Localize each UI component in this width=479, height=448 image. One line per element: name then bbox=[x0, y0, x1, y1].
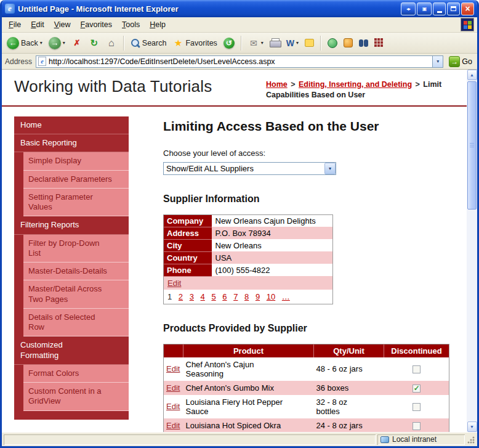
discontinued-checkbox[interactable] bbox=[413, 385, 421, 393]
sidebar-item-home[interactable]: Home bbox=[14, 116, 129, 134]
web-page: Working with Data Tutorials Home > Editi… bbox=[2, 70, 467, 432]
grid-icon bbox=[374, 38, 384, 47]
toolbar-separator bbox=[320, 36, 321, 51]
go-label: Go bbox=[462, 57, 472, 66]
favorites-button[interactable]: ★ Favorites bbox=[170, 36, 219, 51]
discuss-button[interactable] bbox=[302, 37, 316, 49]
sidebar-item-basic-reporting[interactable]: Basic Reporting bbox=[14, 134, 129, 152]
menu-view[interactable]: View bbox=[49, 18, 76, 31]
pager-link[interactable]: 4 bbox=[201, 292, 205, 301]
scrollbar-track[interactable] bbox=[467, 80, 477, 422]
stop-button[interactable]: ✗ bbox=[69, 36, 85, 51]
discontinued-checkbox[interactable] bbox=[413, 422, 421, 430]
menu-tools[interactable]: Tools bbox=[117, 18, 145, 31]
pager-link[interactable]: 7 bbox=[233, 292, 238, 301]
sidebar-item-declarative-parameters[interactable]: Declarative Parameters bbox=[23, 171, 129, 189]
product-edit-link[interactable]: Edit bbox=[166, 364, 180, 373]
product-edit-link[interactable]: Edit bbox=[166, 383, 180, 393]
menu-help[interactable]: Help bbox=[145, 18, 171, 31]
dropdown-arrow-button[interactable]: ▾ bbox=[324, 163, 336, 174]
nav-arrows-button[interactable]: ◂▸ bbox=[401, 2, 416, 15]
sidebar-item-customized-formatting[interactable]: Customized Formatting bbox=[14, 336, 129, 365]
vertical-scrollbar[interactable]: ▲ ▼ bbox=[467, 70, 477, 432]
scroll-up-button[interactable]: ▲ bbox=[467, 70, 477, 80]
pager-link[interactable]: 10 bbox=[267, 292, 275, 301]
back-icon: ← bbox=[7, 37, 19, 49]
column-header-discontinued: Discontinued bbox=[384, 344, 449, 357]
close-button[interactable]: × bbox=[461, 2, 474, 15]
mail-dropdown-icon: ▾ bbox=[261, 40, 264, 46]
address-url[interactable]: http://localhost:1297/Code/EditInsertDel… bbox=[49, 57, 430, 66]
field-label: Address bbox=[164, 227, 212, 239]
edit-dropdown-icon: ▾ bbox=[296, 40, 299, 46]
detail-row: City New Orleans bbox=[164, 239, 333, 251]
breadcrumb-home-link[interactable]: Home bbox=[266, 80, 288, 89]
supplier-details-table: Company New Orleans Cajun Delights Addre… bbox=[163, 214, 333, 304]
field-value: USA bbox=[212, 251, 333, 264]
history-button[interactable]: ↺ bbox=[221, 36, 237, 51]
mail-button[interactable]: ✉ ▾ bbox=[246, 36, 266, 51]
quick-tabs-button[interactable] bbox=[372, 36, 386, 49]
scroll-down-button[interactable]: ▼ bbox=[467, 422, 477, 432]
sidebar-item-master-details-details[interactable]: Master-Details-Details bbox=[23, 263, 129, 280]
address-dropdown-button[interactable]: ▾ bbox=[432, 56, 443, 67]
sidebar-item-filtering-reports[interactable]: Filtering Reports bbox=[14, 216, 129, 234]
sidebar-item-simple-display[interactable]: Simple Display bbox=[23, 152, 129, 170]
browser-window: e Untitled Page - Microsoft Internet Exp… bbox=[0, 0, 479, 448]
edit-with-word-button[interactable]: W ▾ bbox=[284, 36, 301, 50]
forward-button[interactable]: → ▾ bbox=[46, 35, 68, 51]
pager-link[interactable]: 5 bbox=[211, 292, 215, 301]
sidebar-item-master-detail-two-pages[interactable]: Master/Detail Across Two Pages bbox=[23, 280, 129, 309]
sidebar-item-setting-parameter-values[interactable]: Setting Parameter Values bbox=[23, 189, 129, 217]
forward-icon: → bbox=[49, 37, 61, 49]
print-icon bbox=[270, 38, 280, 47]
menu-file[interactable]: File bbox=[4, 18, 26, 31]
pager-link[interactable]: 9 bbox=[256, 292, 260, 301]
sidebar-item-filter-by-dropdown-list[interactable]: Filter by Drop-Down List bbox=[23, 235, 129, 263]
pager-link[interactable]: 2 bbox=[179, 292, 183, 301]
breadcrumb-section-link[interactable]: Editing, Inserting, and Deleting bbox=[299, 80, 412, 89]
pager-link[interactable]: 8 bbox=[244, 292, 249, 301]
print-button[interactable] bbox=[267, 36, 283, 49]
messenger-button[interactable] bbox=[341, 36, 355, 49]
sidebar-item-details-of-selected-row[interactable]: Details of Selected Row bbox=[23, 309, 129, 337]
discontinued-checkbox[interactable] bbox=[413, 403, 421, 411]
menu-edit[interactable]: Edit bbox=[26, 18, 49, 31]
binoculars-icon bbox=[359, 39, 368, 47]
discontinued-checkbox[interactable] bbox=[413, 365, 421, 373]
product-edit-link[interactable]: Edit bbox=[166, 421, 180, 430]
research-button[interactable] bbox=[325, 36, 340, 50]
sidebar-item-partial[interactable] bbox=[14, 411, 129, 420]
home-button[interactable]: ⌂ bbox=[103, 36, 119, 51]
sidebar-item-custom-content-gridview[interactable]: Custom Content in a GridView bbox=[23, 383, 129, 411]
minimize-button[interactable] bbox=[433, 2, 446, 15]
pager-row: 1 2 3 4 5 6 7 8 9 10 … bbox=[164, 290, 333, 304]
find-button[interactable] bbox=[356, 38, 371, 49]
research-globe-icon bbox=[328, 38, 337, 48]
search-button[interactable]: Search bbox=[128, 36, 169, 50]
field-label: Phone bbox=[164, 264, 212, 276]
product-qty: 32 - 8 oz bottles bbox=[316, 397, 371, 416]
refresh-button[interactable]: ↻ bbox=[86, 36, 102, 51]
go-button[interactable]: → Go bbox=[447, 55, 474, 68]
back-button[interactable]: ← Back ▾ bbox=[4, 35, 45, 51]
scrollbar-thumb[interactable] bbox=[467, 81, 477, 210]
word-icon: W bbox=[286, 38, 294, 48]
stop-icon: ✗ bbox=[71, 38, 83, 49]
panel-button[interactable]: ▣ bbox=[417, 2, 432, 15]
menu-favorites[interactable]: Favorites bbox=[76, 18, 117, 31]
access-level-dropdown[interactable]: Show/Edit ALL Suppliers ▾ bbox=[163, 162, 336, 175]
supplier-edit-link[interactable]: Edit bbox=[167, 279, 181, 288]
product-qty: 24 - 8 oz jars bbox=[316, 421, 363, 430]
maximize-button[interactable] bbox=[447, 2, 460, 15]
resize-grip[interactable] bbox=[467, 435, 475, 444]
title-bar[interactable]: e Untitled Page - Microsoft Internet Exp… bbox=[2, 0, 477, 17]
sidebar-item-label: Customized Formatting bbox=[20, 340, 85, 360]
product-edit-link[interactable]: Edit bbox=[166, 402, 180, 411]
pager-link-more[interactable]: … bbox=[282, 292, 290, 301]
pager-link[interactable]: 6 bbox=[222, 292, 227, 301]
sidebar-item-format-colors[interactable]: Format Colors bbox=[23, 365, 129, 383]
page-title: Limiting Access Based on the User bbox=[163, 119, 453, 134]
address-input[interactable]: e http://localhost:1297/Code/EditInsertD… bbox=[36, 55, 443, 68]
pager-link[interactable]: 3 bbox=[190, 292, 194, 301]
